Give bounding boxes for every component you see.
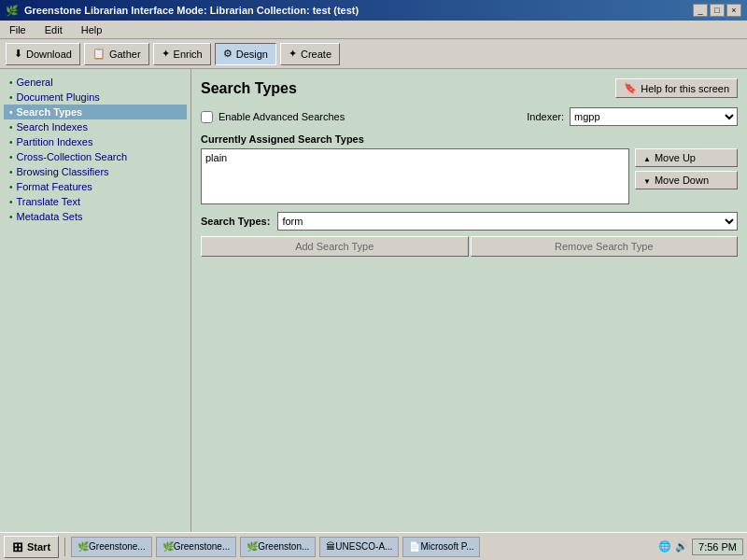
content-area: Search Types 🔖 Help for this screen Enab… (191, 69, 747, 532)
move-buttons: Move Up Move Down (635, 148, 738, 204)
search-types-select[interactable]: form plain advanced (277, 212, 738, 231)
menu-file[interactable]: File (6, 23, 30, 36)
sidebar-item-general[interactable]: General (4, 75, 187, 90)
window-controls[interactable]: _ □ × (693, 4, 741, 17)
toolbar-design[interactable]: ⚙ Design (215, 43, 276, 65)
toolbar-gather[interactable]: 📋 Gather (84, 43, 149, 65)
search-types-label: Search Types: (201, 216, 270, 227)
sidebar-item-cross-collection-search[interactable]: Cross-Collection Search (4, 149, 187, 164)
toolbar-enrich[interactable]: ✦ Enrich (153, 43, 211, 65)
toolbar-create[interactable]: ✦ Create (280, 43, 340, 65)
menu-bar: File Edit Help (0, 21, 747, 39)
indexer-select[interactable]: mgpp mg lucene (570, 107, 738, 126)
assigned-list[interactable]: plain (201, 148, 629, 204)
enable-row: Enable Advanced Searches Indexer: mgpp m… (201, 107, 738, 126)
menu-edit[interactable]: Edit (41, 23, 66, 36)
remove-search-type-button[interactable]: Remove Search Type (471, 236, 739, 257)
content-header: Search Types 🔖 Help for this screen (201, 78, 738, 98)
arrow-up-icon (643, 152, 651, 163)
app-icon: 🌿 (6, 5, 19, 17)
enable-left: Enable Advanced Searches (201, 111, 345, 123)
enable-advanced-checkbox[interactable] (201, 111, 213, 123)
sidebar-item-search-indexes[interactable]: Search Indexes (4, 119, 187, 134)
enrich-icon: ✦ (162, 48, 170, 60)
sidebar-item-browsing-classifiers[interactable]: Browsing Classifiers (4, 164, 187, 179)
title-bar-title: 🌿 Greenstone Librarian Interface Mode: L… (6, 5, 359, 17)
enable-advanced-label: Enable Advanced Searches (218, 111, 345, 122)
sidebar-item-partition-indexes[interactable]: Partition Indexes (4, 134, 187, 149)
sidebar: General Document Plugins Search Types Se… (0, 69, 191, 532)
arrow-down-icon (643, 175, 651, 186)
move-up-button[interactable]: Move Up (635, 148, 738, 167)
close-button[interactable]: × (726, 4, 741, 17)
menu-help[interactable]: Help (78, 23, 106, 36)
title-bar: 🌿 Greenstone Librarian Interface Mode: L… (0, 0, 747, 21)
page-title: Search Types (201, 80, 297, 97)
help-button[interactable]: 🔖 Help for this screen (615, 78, 738, 98)
sidebar-item-metadata-sets[interactable]: Metadata Sets (4, 209, 187, 224)
list-item[interactable]: plain (204, 151, 627, 164)
help-icon: 🔖 (624, 82, 637, 94)
sidebar-item-document-plugins[interactable]: Document Plugins (4, 90, 187, 105)
minimize-button[interactable]: _ (693, 4, 708, 17)
sidebar-item-search-types[interactable]: Search Types (4, 105, 187, 119)
toolbar: ⬇ Download 📋 Gather ✦ Enrich ⚙ Design ✦ … (0, 39, 747, 69)
sidebar-item-translate-text[interactable]: Translate Text (4, 194, 187, 209)
assigned-section-label: Currently Assigned Search Types (201, 133, 738, 145)
maximize-button[interactable]: □ (710, 4, 725, 17)
design-icon: ⚙ (223, 48, 233, 60)
add-search-type-button[interactable]: Add Search Type (201, 236, 469, 257)
create-icon: ✦ (289, 48, 297, 60)
gather-icon: 📋 (92, 48, 106, 60)
main-container: General Document Plugins Search Types Se… (0, 69, 747, 532)
enable-right: Indexer: mgpp mg lucene (527, 107, 738, 126)
search-types-row: Search Types: form plain advanced (201, 212, 738, 231)
toolbar-download[interactable]: ⬇ Download (6, 43, 80, 65)
sidebar-item-format-features[interactable]: Format Features (4, 179, 187, 194)
action-buttons-row: Add Search Type Remove Search Type (201, 236, 738, 257)
assigned-container: plain Move Up Move Down (201, 148, 738, 204)
download-icon: ⬇ (14, 48, 22, 60)
move-down-button[interactable]: Move Down (635, 171, 738, 189)
indexer-label: Indexer: (527, 111, 564, 122)
